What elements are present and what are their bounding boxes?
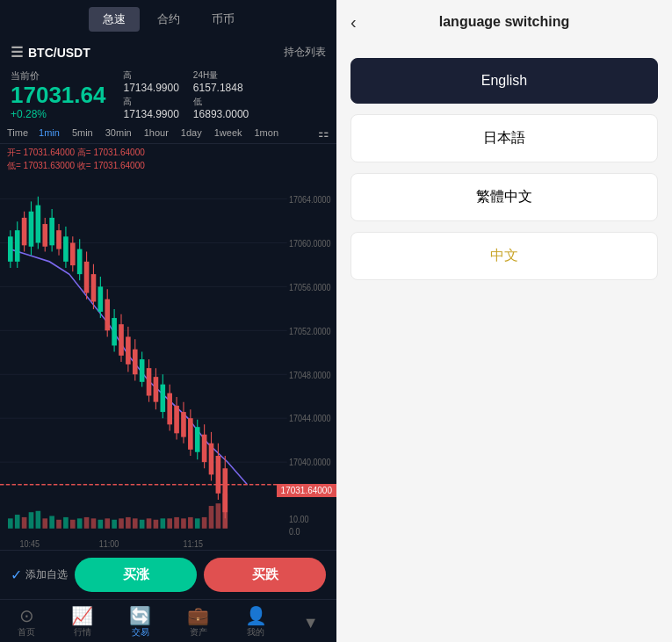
svg-rect-96	[133, 518, 138, 528]
right-title: language switching	[439, 14, 569, 30]
svg-rect-78	[8, 518, 13, 528]
nav-home[interactable]: ⊙ 首页	[18, 607, 35, 638]
right-header: ‹ language switching	[336, 0, 672, 44]
time-1day[interactable]: 1day	[176, 126, 207, 140]
price-section: 当前价 17031.64 +0.28% 高 17134.9900 24H量 61…	[0, 66, 336, 122]
current-price-label: 当前价	[11, 69, 105, 83]
svg-rect-85	[56, 520, 61, 529]
chart-price-label: 17031.64000	[277, 484, 336, 497]
svg-rect-102	[174, 517, 179, 529]
svg-rect-99	[154, 520, 159, 529]
time-selector: Time 1min 5min 30min 1hour 1day 1week 1m…	[0, 122, 336, 144]
price-change: +0.28%	[11, 108, 105, 120]
price-stats-row-2: 高 17134.9900 低 16893.0000	[123, 96, 326, 120]
nav-assets[interactable]: 💼 资产	[187, 607, 209, 638]
svg-text:17052.0000: 17052.0000	[289, 326, 331, 336]
time-1mon[interactable]: 1mon	[249, 126, 285, 140]
lang-option-traditional-chinese[interactable]: 繁體中文	[350, 173, 658, 221]
svg-rect-97	[140, 520, 145, 529]
pair-label: BTC/USDT	[28, 46, 90, 60]
high-label: 高	[123, 69, 178, 82]
time-1hour[interactable]: 1hour	[139, 126, 174, 140]
buy-long-button[interactable]: 买涨	[75, 558, 197, 592]
high2-label: 高	[123, 96, 178, 108]
stat-low: 低 16893.0000	[193, 96, 249, 120]
top-tabs: 急速 合约 币币	[0, 0, 336, 39]
lang-option-english[interactable]: English	[350, 58, 658, 104]
volume-value: 6157.1848	[193, 82, 243, 94]
svg-rect-109	[222, 494, 228, 529]
time-1min[interactable]: 1min	[33, 126, 65, 140]
nav-profile-label: 我的	[247, 626, 264, 638]
time-label: Time	[7, 127, 28, 138]
svg-rect-89	[84, 517, 90, 529]
trade-icon: 🔄	[129, 607, 151, 624]
svg-rect-101	[167, 518, 172, 528]
svg-text:17056.0000: 17056.0000	[289, 282, 331, 292]
right-panel: ‹ language switching English 日本語 繁體中文 中文	[336, 0, 672, 642]
time-30min[interactable]: 30min	[100, 126, 137, 140]
nav-trade[interactable]: 🔄 交易	[129, 607, 151, 638]
tab-contract[interactable]: 合约	[143, 7, 194, 32]
ohlc-line1: 开= 17031.64000 高= 17031.64000	[7, 146, 329, 159]
time-5min[interactable]: 5min	[67, 126, 98, 140]
stat-volume: 24H量 6157.1848	[193, 69, 243, 94]
svg-rect-103	[181, 518, 186, 528]
more-icon: ▼	[303, 614, 319, 632]
watchlist-icon: ✓	[11, 566, 22, 583]
stat-high: 高 17134.9900	[123, 69, 178, 94]
svg-rect-94	[119, 518, 124, 528]
lang-option-japanese[interactable]: 日本語	[350, 114, 658, 162]
svg-rect-79	[15, 515, 20, 529]
svg-rect-107	[209, 506, 214, 529]
svg-text:10.00: 10.00	[289, 514, 309, 524]
svg-rect-93	[112, 520, 117, 529]
pair-name: ☰ BTC/USDT	[11, 44, 90, 61]
low-label: 低	[193, 96, 249, 108]
svg-rect-108	[216, 503, 221, 529]
chart-area: 17064.0000 17060.0000 17056.0000 17052.0…	[0, 174, 336, 550]
svg-text:17064.0000: 17064.0000	[289, 194, 331, 205]
assets-icon: 💼	[187, 607, 209, 624]
positions-link[interactable]: 持仓列表	[284, 45, 326, 60]
current-price-value: 17031.64	[11, 83, 105, 108]
profile-icon: 👤	[245, 607, 267, 624]
svg-text:0.0: 0.0	[289, 526, 300, 537]
tab-quick[interactable]: 急速	[89, 7, 140, 32]
tab-coin[interactable]: 币币	[198, 7, 249, 32]
svg-text:17044.0000: 17044.0000	[289, 413, 331, 423]
svg-text:17040.0000: 17040.0000	[289, 457, 331, 467]
watchlist-button[interactable]: ✓ 添加自选	[11, 566, 68, 583]
nav-market[interactable]: 📈 行情	[71, 607, 93, 638]
ohlc-info: 开= 17031.64000 高= 17031.64000 低= 17031.6…	[0, 144, 336, 174]
chart-type-icon[interactable]: ⚏	[318, 126, 329, 140]
back-button[interactable]: ‹	[350, 12, 357, 32]
svg-rect-95	[126, 517, 131, 529]
svg-text:17060.0000: 17060.0000	[289, 238, 331, 249]
nav-more[interactable]: ▼	[303, 614, 319, 632]
svg-rect-87	[70, 520, 76, 529]
svg-rect-81	[29, 512, 34, 529]
svg-rect-105	[195, 518, 200, 528]
lang-option-chinese[interactable]: 中文	[350, 232, 658, 280]
nav-market-label: 行情	[74, 626, 91, 638]
home-icon: ⊙	[19, 607, 34, 624]
svg-rect-92	[105, 518, 110, 528]
nav-profile[interactable]: 👤 我的	[245, 607, 267, 638]
high-value: 17134.9900	[123, 82, 178, 94]
ohlc-line2: 低= 17031.63000 收= 17031.64000	[7, 159, 329, 172]
svg-rect-83	[42, 518, 47, 528]
market-icon: 📈	[71, 607, 93, 624]
svg-rect-90	[91, 518, 97, 528]
svg-text:11:15: 11:15	[183, 538, 203, 549]
nav-home-label: 首页	[18, 626, 35, 638]
price-stats: 高 17134.9900 24H量 6157.1848 高 17134.9900…	[123, 69, 326, 120]
svg-rect-91	[98, 520, 104, 529]
svg-rect-100	[160, 518, 165, 528]
stat-high2: 高 17134.9900	[123, 96, 178, 120]
buy-short-button[interactable]: 买跌	[204, 558, 326, 592]
svg-rect-106	[202, 517, 207, 529]
nav-trade-label: 交易	[132, 626, 149, 638]
svg-rect-88	[77, 518, 83, 528]
time-1week[interactable]: 1week	[209, 126, 248, 140]
